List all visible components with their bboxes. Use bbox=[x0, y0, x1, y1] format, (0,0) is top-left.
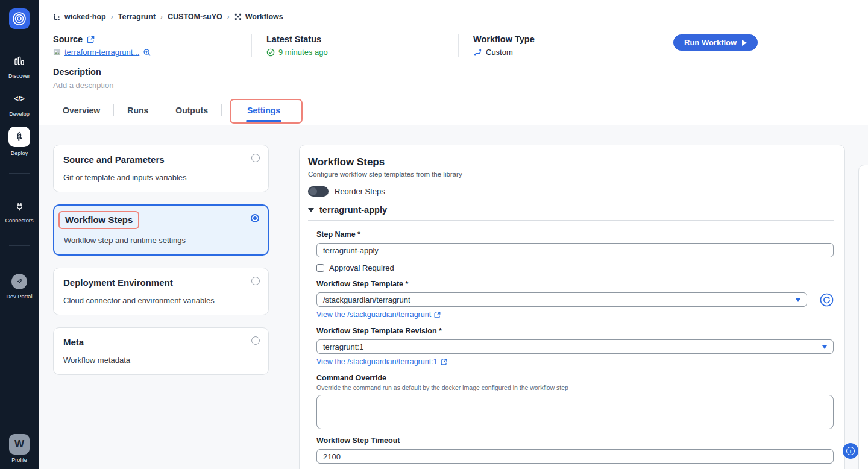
repo-image-icon bbox=[53, 48, 61, 56]
template-label: Workflow Step Template * bbox=[316, 280, 834, 288]
source-label: Source bbox=[53, 34, 83, 44]
sidebar-item-profile[interactable]: W Profile bbox=[0, 434, 39, 463]
nav-card-source-and-parameters[interactable]: Source and Parameters Git or template an… bbox=[53, 145, 269, 192]
radio-unselected[interactable] bbox=[251, 277, 260, 285]
sidebar-item-develop[interactable]: </> Develop bbox=[8, 90, 30, 117]
breadcrumb-text: CUSTOM-suYO bbox=[168, 13, 222, 21]
settings-content: Source and Parameters Git or template an… bbox=[39, 125, 868, 469]
source-value-row: terraform-terragrunt... bbox=[53, 48, 251, 57]
tab-divider bbox=[221, 104, 222, 116]
annotation-box-workflow-steps: Workflow Steps bbox=[58, 211, 139, 229]
description-placeholder[interactable]: Add a description bbox=[53, 81, 868, 90]
workflow-steps-panel: Workflow Steps Configure workflow step t… bbox=[299, 145, 845, 469]
nav-card-deployment-environment[interactable]: Deployment Environment Cloud connector a… bbox=[53, 268, 269, 315]
external-link-icon bbox=[441, 359, 447, 365]
view-revision-link-text: View the /stackguardian/terragrunt:1 bbox=[316, 357, 438, 366]
tab-label: Runs bbox=[127, 105, 148, 115]
tab-label: Settings bbox=[247, 105, 280, 115]
step-form: Step Name * Approval Required Workflow S… bbox=[308, 221, 834, 469]
sidebar-item-deploy[interactable]: Deploy bbox=[8, 127, 30, 156]
approval-required-row[interactable]: Approval Required bbox=[316, 263, 834, 272]
description-block: Description Add a description bbox=[39, 67, 868, 90]
radio-selected[interactable] bbox=[251, 214, 259, 222]
actions-column: Run Workflow bbox=[662, 34, 868, 57]
sidebar-item-connectors[interactable]: Connectors bbox=[5, 197, 33, 224]
chevron-right-icon: › bbox=[160, 13, 163, 21]
external-link-icon[interactable] bbox=[87, 36, 95, 43]
reorder-steps-row: Reorder Steps bbox=[308, 186, 834, 197]
source-label-row: Source bbox=[53, 34, 251, 44]
concentric-circles-icon bbox=[11, 11, 27, 27]
refresh-template-button[interactable] bbox=[819, 292, 834, 307]
sidebar-label: Discover bbox=[8, 73, 30, 79]
help-button[interactable]: i bbox=[843, 443, 858, 459]
command-override-helper: Override the command run as default by t… bbox=[316, 384, 834, 391]
workflows-icon bbox=[234, 13, 242, 20]
view-template-link-text: View the /stackguardian/terragrunt bbox=[316, 310, 431, 319]
breadcrumb-text: wicked-hop bbox=[64, 13, 106, 21]
tab-label: Outputs bbox=[175, 105, 208, 115]
view-revision-link[interactable]: View the /stackguardian/terragrunt:1 bbox=[316, 357, 447, 366]
tab-divider bbox=[162, 104, 162, 116]
code-icon: </> bbox=[8, 90, 30, 108]
view-template-link[interactable]: View the /stackguardian/terragrunt bbox=[316, 310, 441, 319]
nav-card-meta[interactable]: Meta Workflow metadata bbox=[53, 327, 269, 375]
revision-select[interactable]: terragrunt:1 bbox=[316, 339, 834, 354]
tab-outputs[interactable]: Outputs bbox=[168, 102, 215, 118]
tab-settings[interactable]: Settings bbox=[240, 102, 288, 118]
tab-bar: Overview Runs Outputs Settings bbox=[53, 102, 868, 118]
check-circle-icon bbox=[266, 48, 275, 57]
timeout-label: Workflow Step Timeout bbox=[316, 436, 834, 445]
tab-label: Overview bbox=[63, 105, 100, 115]
command-override-textarea[interactable] bbox=[316, 395, 834, 429]
sidebar-label: Dev Portal bbox=[6, 294, 32, 300]
panel-title: Workflow Steps bbox=[308, 156, 834, 168]
nav-card-workflow-steps[interactable]: Workflow Steps Workflow step and runtime… bbox=[53, 204, 269, 256]
zoom-in-icon[interactable] bbox=[143, 48, 151, 57]
nav-card-title: Meta bbox=[63, 337, 84, 347]
tab-overview[interactable]: Overview bbox=[53, 102, 107, 118]
timeout-input[interactable] bbox=[316, 449, 834, 464]
template-select-value: /stackguardian/terragrunt bbox=[323, 295, 410, 304]
reorder-steps-toggle[interactable] bbox=[308, 186, 329, 197]
approval-required-label: Approval Required bbox=[329, 263, 394, 272]
approval-required-checkbox[interactable] bbox=[316, 264, 324, 272]
nav-card-subtitle: Git or template and inputs variables bbox=[63, 173, 259, 182]
revision-label: Workflow Step Template Revision * bbox=[316, 327, 834, 335]
active-tab-indicator bbox=[246, 120, 281, 122]
breadcrumb-org[interactable]: wicked-hop bbox=[53, 13, 106, 21]
tab-runs[interactable]: Runs bbox=[120, 102, 156, 118]
step-name-input[interactable] bbox=[316, 243, 834, 257]
plug-icon bbox=[8, 197, 30, 215]
breadcrumb-workflows[interactable]: Workflows bbox=[234, 13, 283, 21]
nav-card-subtitle: Workflow metadata bbox=[63, 356, 259, 365]
sidebar-item-discover[interactable]: Discover bbox=[8, 52, 30, 79]
latest-status-value: 9 minutes ago bbox=[278, 48, 328, 57]
sidebar-label: Deploy bbox=[11, 150, 28, 156]
template-select[interactable]: /stackguardian/terragrunt bbox=[316, 292, 807, 307]
step-section-header[interactable]: terragrunt-apply bbox=[308, 205, 834, 221]
refresh-icon bbox=[820, 293, 834, 307]
radio-unselected[interactable] bbox=[251, 336, 260, 345]
chevron-right-icon: › bbox=[111, 13, 113, 21]
play-icon bbox=[742, 40, 747, 46]
settings-nav: Source and Parameters Git or template an… bbox=[53, 145, 269, 387]
sidebar-divider bbox=[9, 245, 30, 246]
reorder-steps-label: Reorder Steps bbox=[335, 187, 385, 196]
adjacent-panel-edge bbox=[858, 165, 868, 469]
workflow-header: Source terraform-terragrunt... bbox=[39, 34, 868, 57]
source-repo-link[interactable]: terraform-terragrunt... bbox=[64, 48, 139, 57]
breadcrumb-text: Terragrunt bbox=[118, 13, 156, 21]
app-logo[interactable] bbox=[9, 8, 30, 29]
sidebar-divider bbox=[9, 173, 30, 174]
breadcrumb-stack[interactable]: CUSTOM-suYO bbox=[168, 13, 222, 21]
run-workflow-label: Run Workflow bbox=[684, 38, 737, 47]
sidebar-item-dev-portal[interactable]: Dev Portal bbox=[6, 272, 32, 300]
sidebar: Discover </> Develop Deploy Connectors bbox=[0, 0, 39, 469]
breadcrumb-workspace[interactable]: Terragrunt bbox=[118, 13, 156, 21]
dev-portal-icon bbox=[8, 272, 30, 291]
tab-divider bbox=[113, 104, 114, 116]
step-section-title: terragrunt-apply bbox=[319, 205, 387, 215]
radio-unselected[interactable] bbox=[251, 154, 260, 162]
run-workflow-button[interactable]: Run Workflow bbox=[673, 34, 758, 51]
